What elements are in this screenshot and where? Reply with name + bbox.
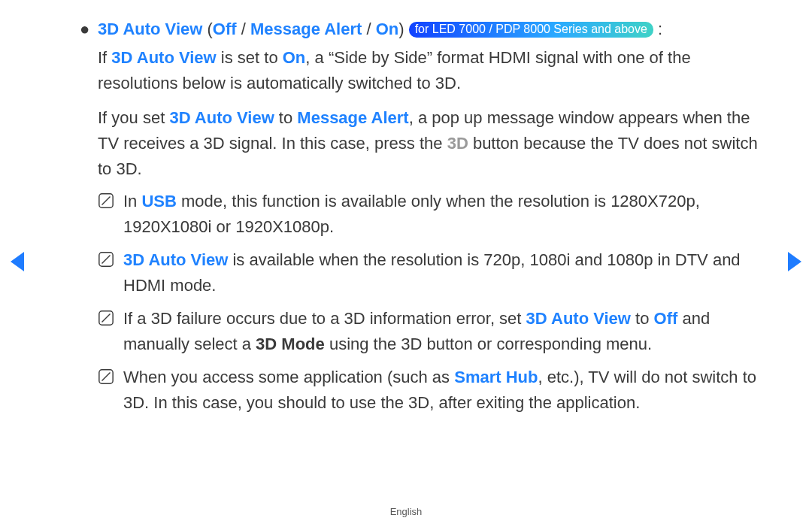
n3-f: 3D Mode bbox=[256, 335, 325, 353]
footer-language: English bbox=[0, 504, 812, 519]
p1-b: 3D Auto View bbox=[111, 48, 216, 67]
feature-name: 3D Auto View bbox=[98, 20, 202, 38]
p2-a: If you set bbox=[98, 108, 169, 127]
n1-b: USB bbox=[141, 192, 176, 210]
bullet-icon: ● bbox=[75, 17, 98, 42]
option-on: On bbox=[376, 20, 399, 38]
paren-open: ( bbox=[202, 20, 212, 38]
n2-a: 3D Auto View bbox=[123, 250, 228, 269]
note-4-body: When you access some application (such a… bbox=[123, 365, 767, 416]
n1-c: mode, this function is available only wh… bbox=[123, 192, 700, 236]
note-list: In USB mode, this function is available … bbox=[75, 189, 767, 416]
note-2-body: 3D Auto View is available when the resol… bbox=[123, 247, 767, 298]
n3-c: to bbox=[631, 309, 654, 328]
p1-c: is set to bbox=[217, 48, 283, 67]
p1-d: On bbox=[283, 48, 306, 67]
manual-page: ● 3D Auto View (Off / Message Alert / On… bbox=[0, 0, 812, 530]
p2-c: to bbox=[274, 108, 298, 127]
note-icon bbox=[98, 247, 123, 275]
series-badge: for LED 7000 / PDP 8000 Series and above bbox=[409, 22, 653, 38]
note-icon bbox=[98, 306, 123, 334]
note-1: In USB mode, this function is available … bbox=[98, 189, 767, 240]
feature-header-text: 3D Auto View (Off / Message Alert / On) … bbox=[98, 17, 662, 42]
n1-a: In bbox=[123, 192, 141, 210]
content-area: ● 3D Auto View (Off / Message Alert / On… bbox=[75, 17, 767, 423]
feature-header: ● 3D Auto View (Off / Message Alert / On… bbox=[75, 17, 767, 42]
note-4: When you access some application (such a… bbox=[98, 365, 767, 416]
n4-a: When you access some application (such a… bbox=[123, 368, 454, 386]
note-2: 3D Auto View is available when the resol… bbox=[98, 247, 767, 298]
nav-prev-icon[interactable] bbox=[11, 252, 24, 271]
p2-d: Message Alert bbox=[297, 108, 408, 127]
paragraph-1: If 3D Auto View is set to On, a “Side by… bbox=[98, 45, 767, 96]
option-off: Off bbox=[213, 20, 237, 38]
nav-next-icon[interactable] bbox=[788, 252, 801, 271]
note-3: If a 3D failure occurs due to a 3D infor… bbox=[98, 306, 767, 357]
n3-g: using the 3D button or corresponding men… bbox=[325, 335, 652, 353]
note-3-body: If a 3D failure occurs due to a 3D infor… bbox=[123, 306, 767, 357]
n4-b: Smart Hub bbox=[454, 368, 538, 386]
p1-a: If bbox=[98, 48, 111, 67]
note-icon bbox=[98, 189, 123, 217]
n3-d: Off bbox=[654, 309, 678, 328]
n3-b: 3D Auto View bbox=[526, 309, 631, 328]
sep2: / bbox=[362, 20, 375, 38]
paren-close: ) bbox=[398, 20, 408, 38]
header-colon: : bbox=[653, 20, 662, 38]
p2-f: 3D bbox=[447, 134, 468, 153]
note-1-body: In USB mode, this function is available … bbox=[123, 189, 767, 240]
n3-a: If a 3D failure occurs due to a 3D infor… bbox=[123, 309, 526, 328]
option-message-alert: Message Alert bbox=[250, 20, 362, 38]
note-icon bbox=[98, 365, 123, 392]
paragraph-2: If you set 3D Auto View to Message Alert… bbox=[98, 105, 767, 182]
p2-b: 3D Auto View bbox=[169, 108, 274, 127]
sep1: / bbox=[237, 20, 250, 38]
